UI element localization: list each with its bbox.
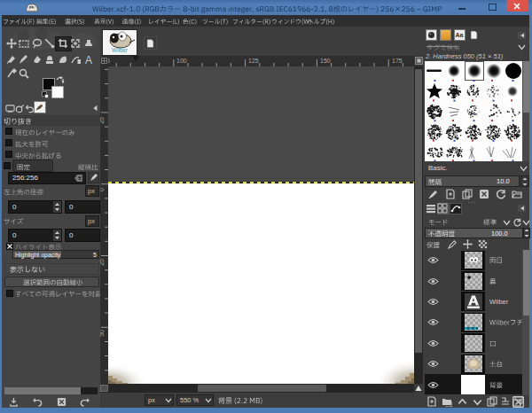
svg-text:175: 175	[392, 58, 403, 64]
svg-text:5: 5	[108, 58, 110, 64]
svg-text:25: 25	[100, 259, 105, 266]
svg-text:100: 100	[176, 58, 187, 64]
svg-text:50: 50	[100, 330, 105, 337]
svg-text:A: A	[84, 54, 91, 65]
svg-text:0: 0	[100, 188, 105, 191]
svg-text:150: 150	[320, 58, 331, 64]
svg-text:Wilber: Wilber	[112, 47, 128, 53]
svg-text:125: 125	[248, 58, 259, 64]
svg-text:25: 25	[100, 117, 105, 124]
